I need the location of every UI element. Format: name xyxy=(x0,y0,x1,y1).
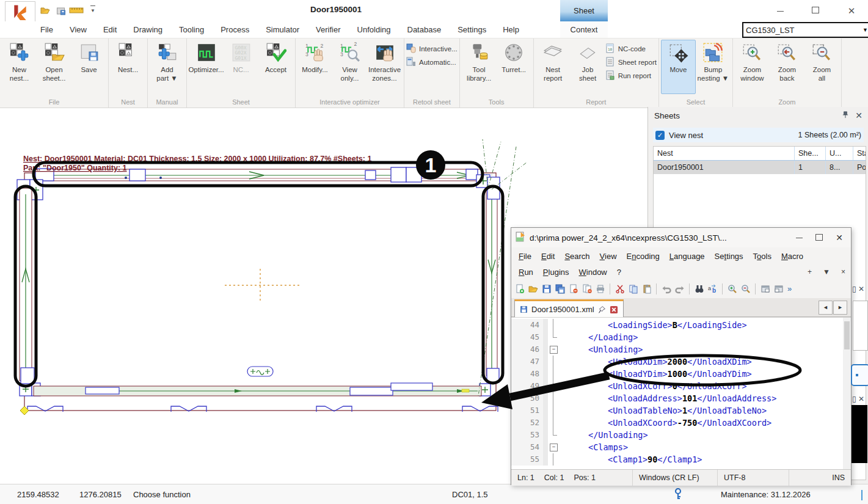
menu-view[interactable]: View xyxy=(70,25,87,34)
new-file-icon[interactable] xyxy=(514,283,525,294)
notepad-menu-language[interactable]: Language xyxy=(665,252,710,261)
ribbon-button-accept[interactable]: Accept xyxy=(258,40,293,94)
quick-save-icon[interactable] xyxy=(54,5,67,16)
close-doc-icon[interactable] xyxy=(567,283,579,294)
table-row[interactable]: Door195000118...Postpro xyxy=(654,161,866,174)
close-icon[interactable]: ✕ xyxy=(855,111,863,120)
fold-margin[interactable]: − xyxy=(548,343,560,356)
menu-tooling[interactable]: Tooling xyxy=(179,25,204,34)
ribbon-button-save[interactable]: Save xyxy=(71,40,106,94)
fold-margin[interactable] xyxy=(548,392,560,404)
notepad-menu-view[interactable]: View xyxy=(595,252,622,261)
column-header-nest[interactable]: Nest xyxy=(654,147,795,160)
ribbon-button-tool-library[interactable]: Tool library... xyxy=(462,40,497,94)
fold-margin[interactable] xyxy=(548,331,560,343)
open-file-icon[interactable] xyxy=(527,283,539,294)
menu-simulator[interactable]: Simulator xyxy=(266,25,299,34)
copy-icon[interactable] xyxy=(627,283,639,294)
cut-icon[interactable] xyxy=(614,283,625,294)
menu-database[interactable]: Database xyxy=(407,25,442,34)
statusbar-ins-mode[interactable]: INS xyxy=(789,470,851,486)
ribbon-button-modify[interactable]: 123Modify... xyxy=(297,40,332,94)
ribbon-button-move[interactable]: Move xyxy=(661,40,696,94)
fold-margin[interactable] xyxy=(548,417,560,429)
notepad-close-button[interactable]: ✕ xyxy=(831,233,847,243)
ribbon-button-add-part[interactable]: Add part ▼ xyxy=(150,40,184,94)
fold-collapse-icon[interactable]: − xyxy=(550,346,558,354)
hidden-panel-pin-close-1[interactable]: ▯ ✕ xyxy=(852,285,868,293)
notepad-menu-run[interactable]: Run xyxy=(514,268,538,277)
close-tab-icon[interactable] xyxy=(610,305,618,314)
notepad-minimize-button[interactable] xyxy=(792,233,807,243)
notepad-menu-edit[interactable]: Edit xyxy=(536,252,560,261)
ribbon-button-zoom-back[interactable]: Zoom back xyxy=(770,40,804,94)
ribbon-button-nest[interactable]: Nest... xyxy=(111,40,145,94)
notepad-menu-tools[interactable]: Tools xyxy=(748,252,776,261)
customize-quick-access-icon[interactable]: ▼ xyxy=(90,5,95,15)
notepad-editor[interactable]: 44<LoadingSide>B</LoadingSide>45</Loadin… xyxy=(511,317,851,469)
ribbon-button-view-only[interactable]: 123View only... xyxy=(332,40,367,94)
tab-scroll-right-button[interactable]: ► xyxy=(833,301,847,315)
ribbon-button-optimizer[interactable]: Optimizer... xyxy=(189,40,224,94)
zoom-out-icon[interactable] xyxy=(740,283,751,294)
redo-icon[interactable] xyxy=(674,283,685,294)
column-header-u[interactable]: U... xyxy=(826,147,853,160)
menu-help[interactable]: Help xyxy=(503,25,519,34)
close-button[interactable]: ✕ xyxy=(842,5,861,17)
ribbon-button-nc-code[interactable]: 10NC-code xyxy=(605,43,657,54)
ribbon-button-bump-nesting[interactable]: Bump nesting ▼ xyxy=(696,40,731,94)
fold-margin[interactable] xyxy=(548,356,560,368)
ribbon-button-zoom-all[interactable]: Zoom all xyxy=(804,40,839,94)
notepad-menu-settings[interactable]: Settings xyxy=(710,252,748,261)
find-icon[interactable] xyxy=(693,283,705,294)
pin-tab-icon[interactable] xyxy=(598,305,606,313)
notepad-menu-window[interactable]: Window xyxy=(574,268,612,277)
context-tab-sheet[interactable]: Sheet xyxy=(560,0,608,21)
notepad-maximize-button[interactable] xyxy=(811,233,827,243)
save-all-icon[interactable] xyxy=(554,283,566,294)
menu-file[interactable]: File xyxy=(40,25,53,34)
fold-margin[interactable]: − xyxy=(548,441,560,453)
menu-drawing[interactable]: Drawing xyxy=(133,25,162,34)
notepad-menu-search[interactable]: Search xyxy=(560,252,594,261)
undo-icon[interactable] xyxy=(660,283,672,294)
ribbon-button-new-nest[interactable]: New nest... xyxy=(2,40,37,94)
save-icon[interactable] xyxy=(541,283,552,294)
view-nest-checkbox[interactable]: ✓ xyxy=(655,131,665,140)
notepad-docbar-close[interactable]: × xyxy=(836,268,851,276)
ribbon-button-automatic[interactable]: Automatic... xyxy=(406,57,458,67)
notepad-menu-encoding[interactable]: Encoding xyxy=(622,252,665,261)
fold-margin[interactable] xyxy=(548,429,560,441)
notepad-menu-macro[interactable]: Macro xyxy=(776,252,808,261)
menu-unfolding[interactable]: Unfolding xyxy=(357,25,391,34)
pin-icon[interactable] xyxy=(842,111,849,120)
machine-selector-combo[interactable]: CG1530_LST ▼ xyxy=(742,22,868,38)
ribbon-button-sheet-report[interactable]: Sheet report xyxy=(605,57,657,67)
zoom-in-icon[interactable] xyxy=(726,283,738,294)
notepad-menu-plugins[interactable]: Plugins xyxy=(538,268,574,277)
fold-collapse-icon[interactable]: − xyxy=(550,444,558,451)
ribbon-button-run-report[interactable]: Run report xyxy=(605,70,657,81)
menu-settings[interactable]: Settings xyxy=(458,25,486,34)
statusbar-eol[interactable]: Windows (CR LF) xyxy=(633,470,718,486)
notepad-docbar-plus[interactable]: + xyxy=(802,268,817,276)
context-ribbon-tab[interactable]: Context xyxy=(560,21,608,38)
tab-scroll-left-button[interactable]: ◄ xyxy=(819,301,833,315)
ribbon-button-interactive-zones[interactable]: Interactive zones... xyxy=(367,40,402,94)
notepad-menu-help[interactable]: ? xyxy=(612,268,626,277)
close-all-icon[interactable] xyxy=(581,283,593,294)
app-logo-icon[interactable] xyxy=(5,1,35,22)
notepad-docbar-list[interactable]: ▼ xyxy=(817,268,836,276)
toolbar-overflow-chevron[interactable]: » xyxy=(787,284,792,293)
fold-margin[interactable] xyxy=(548,453,560,466)
hidden-panel-pin-close-2[interactable]: ▯ ✕ xyxy=(852,395,868,403)
fold-margin[interactable] xyxy=(548,368,560,380)
ribbon-button-job-sheet[interactable]: Job sheet xyxy=(571,40,605,94)
window1-icon[interactable] xyxy=(759,283,771,294)
fold-margin[interactable] xyxy=(548,380,560,392)
statusbar-encoding[interactable]: UTF-8 xyxy=(718,470,789,486)
notepad-tab-door1950001[interactable]: Door1950001.xml xyxy=(514,299,624,318)
ribbon-button-nc[interactable]: G00XG02XG01XNC... xyxy=(224,40,258,94)
print-icon[interactable] xyxy=(594,283,606,294)
window2-icon[interactable] xyxy=(773,283,784,294)
